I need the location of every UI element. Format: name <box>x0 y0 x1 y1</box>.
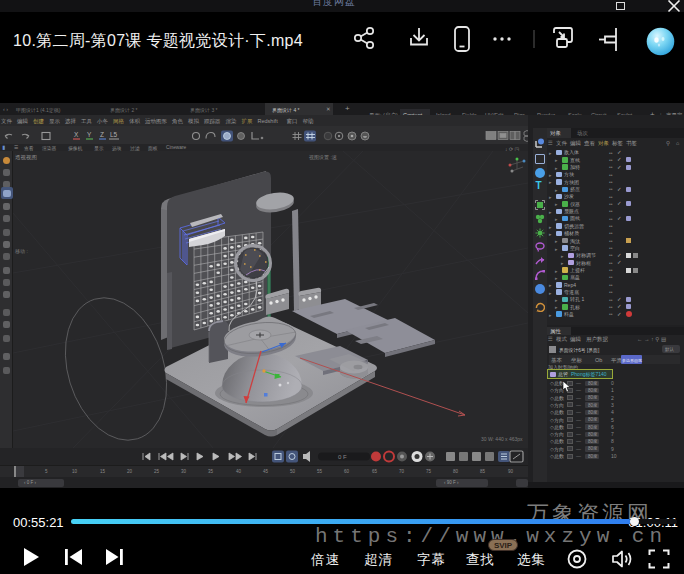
svg-text:Z: Z <box>100 131 104 138</box>
svg-text:透视视图: 透视视图 <box>15 154 37 161</box>
svg-text:30 W: 440 x 463px: 30 W: 440 x 463px <box>481 436 523 442</box>
svg-text:Y: Y <box>87 131 92 138</box>
svg-text:移动 :: 移动 : <box>15 248 28 255</box>
svg-text:L5: L5 <box>110 131 118 138</box>
svg-text:0 F: 0 F <box>338 454 347 460</box>
svg-text:视图设置 :速: 视图设置 :速 <box>309 154 337 161</box>
svg-text:X: X <box>74 131 79 138</box>
